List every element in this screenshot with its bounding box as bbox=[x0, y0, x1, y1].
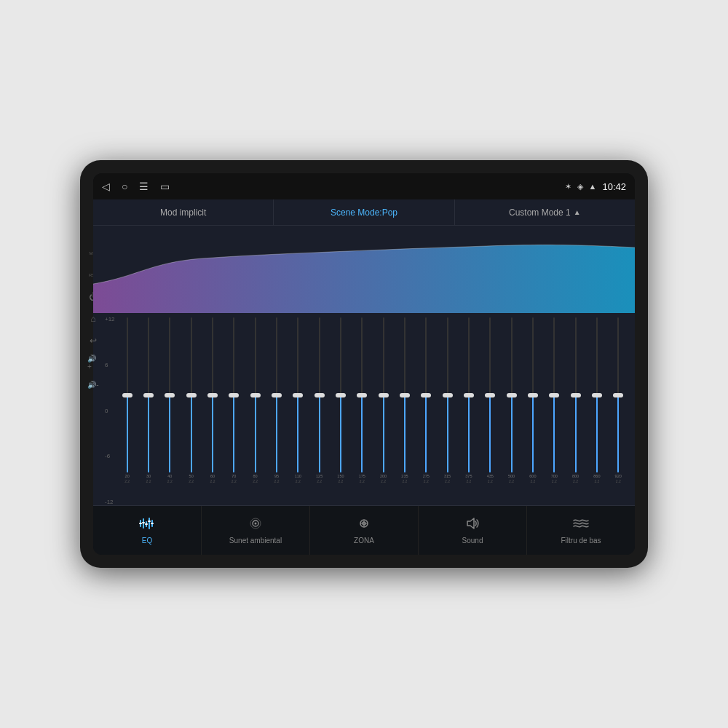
slider-col-150: 1502.2 bbox=[330, 316, 351, 485]
slider-track-70[interactable] bbox=[233, 317, 234, 472]
svg-point-12 bbox=[255, 522, 257, 524]
freq-label-435: 435 bbox=[487, 474, 494, 478]
slider-col-435: 4352.2 bbox=[480, 316, 501, 485]
slider-thumb-50[interactable] bbox=[186, 393, 197, 397]
slider-thumb-110[interactable] bbox=[293, 393, 303, 397]
slider-thumb-500[interactable] bbox=[507, 393, 517, 397]
mode-bar: Mod implicit Scene Mode:Pop Custom Mode … bbox=[93, 199, 635, 226]
slider-thumb-315[interactable] bbox=[443, 393, 453, 397]
slider-track-125[interactable] bbox=[319, 317, 320, 472]
slider-track-600[interactable] bbox=[532, 317, 534, 472]
slider-thumb-150[interactable] bbox=[336, 393, 346, 397]
slider-thumb-125[interactable] bbox=[314, 393, 325, 397]
slider-track-500[interactable] bbox=[511, 317, 513, 472]
slider-col-40: 402.2 bbox=[159, 316, 181, 485]
freq-label-40: 40 bbox=[167, 474, 172, 478]
slider-thumb-600[interactable] bbox=[528, 393, 538, 397]
zona-icon bbox=[356, 517, 372, 534]
slider-track-95[interactable] bbox=[276, 317, 277, 472]
slider-track-40[interactable] bbox=[169, 317, 170, 472]
slider-track-175[interactable] bbox=[361, 317, 363, 472]
slider-track-200[interactable] bbox=[383, 317, 384, 472]
slider-col-235: 2352.2 bbox=[394, 316, 415, 485]
tab-zona[interactable]: ZONA bbox=[310, 506, 419, 555]
slider-track-435[interactable] bbox=[489, 317, 491, 472]
q-label-700: 2.2 bbox=[552, 479, 557, 483]
slider-thumb-95[interactable] bbox=[272, 393, 282, 397]
mode-scene[interactable]: Scene Mode:Pop bbox=[274, 199, 454, 225]
db-0: 0 bbox=[105, 408, 115, 414]
slider-thumb-20[interactable] bbox=[122, 393, 132, 397]
slider-track-60[interactable] bbox=[212, 317, 213, 472]
tab-bass[interactable]: Filtru de bas bbox=[527, 506, 635, 555]
slider-thumb-920[interactable] bbox=[613, 393, 623, 397]
svg-rect-9 bbox=[151, 523, 154, 524]
home-side-icon[interactable]: ⌂ bbox=[87, 313, 99, 325]
slider-thumb-200[interactable] bbox=[379, 393, 389, 397]
q-label-800: 2.2 bbox=[573, 479, 578, 483]
mode-implicit[interactable]: Mod implicit bbox=[93, 199, 274, 225]
slider-thumb-175[interactable] bbox=[357, 393, 367, 397]
tab-ambient[interactable]: Sunet ambiental bbox=[202, 506, 310, 555]
slider-track-80[interactable] bbox=[255, 317, 256, 472]
slider-col-700: 7002.2 bbox=[544, 316, 565, 485]
slider-thumb-235[interactable] bbox=[400, 393, 410, 397]
back-nav-icon[interactable]: ◁ bbox=[102, 181, 110, 192]
status-indicators: ✶ ◈ ▲ 10:42 bbox=[565, 181, 626, 192]
slider-track-800[interactable] bbox=[575, 317, 577, 472]
q-label-175: 2.2 bbox=[360, 479, 365, 483]
slider-track-315[interactable] bbox=[447, 317, 448, 472]
vol-up-icon[interactable]: 🔊+ bbox=[87, 357, 99, 368]
slider-thumb-275[interactable] bbox=[421, 393, 431, 397]
slider-track-275[interactable] bbox=[425, 317, 427, 472]
mode-custom[interactable]: Custom Mode 1 ▲ bbox=[455, 199, 635, 225]
slider-col-110: 1102.2 bbox=[288, 316, 309, 485]
slider-thumb-700[interactable] bbox=[549, 393, 559, 397]
sound-icon bbox=[464, 517, 480, 534]
slider-thumb-60[interactable] bbox=[207, 393, 218, 397]
slider-thumb-435[interactable] bbox=[485, 393, 495, 397]
tab-eq[interactable]: EQ bbox=[93, 506, 202, 555]
status-bar: ◁ ○ ☰ ▭ ✶ ◈ ▲ 10:42 bbox=[93, 173, 635, 199]
menu-nav-icon[interactable]: ☰ bbox=[139, 181, 149, 192]
slider-track-920[interactable] bbox=[617, 317, 619, 472]
freq-label-60: 60 bbox=[210, 474, 215, 478]
slider-track-20[interactable] bbox=[127, 317, 128, 472]
home-nav-icon[interactable]: ○ bbox=[122, 181, 127, 192]
q-label-315: 2.2 bbox=[445, 479, 450, 483]
slider-track-375[interactable] bbox=[468, 317, 470, 472]
slider-track-30[interactable] bbox=[148, 317, 149, 472]
back-side-icon[interactable]: ↩ bbox=[87, 335, 99, 347]
ambient-icon bbox=[248, 517, 264, 534]
slider-track-150[interactable] bbox=[340, 317, 341, 472]
sliders-container: +12 6 0 -6 -12 202.2302.2402.2502.2602.2… bbox=[99, 316, 629, 505]
q-label-125: 2.2 bbox=[317, 479, 322, 483]
svg-rect-5 bbox=[139, 523, 142, 524]
q-label-30: 2.2 bbox=[146, 479, 151, 483]
q-label-920: 2.2 bbox=[616, 479, 621, 483]
q-label-150: 2.2 bbox=[338, 479, 343, 483]
freq-label-315: 315 bbox=[444, 474, 451, 478]
slider-thumb-800[interactable] bbox=[571, 393, 581, 397]
slider-col-95: 952.2 bbox=[266, 316, 287, 485]
slider-col-600: 6002.2 bbox=[522, 316, 543, 485]
slider-track-110[interactable] bbox=[297, 317, 298, 472]
vol-down-icon[interactable]: 🔊- bbox=[87, 379, 99, 390]
slider-track-50[interactable] bbox=[191, 317, 192, 472]
slider-thumb-375[interactable] bbox=[464, 393, 474, 397]
slider-track-700[interactable] bbox=[553, 317, 555, 472]
tab-sound[interactable]: Sound bbox=[419, 506, 527, 555]
bluetooth-icon: ✶ bbox=[565, 182, 571, 191]
eq-icon bbox=[139, 517, 155, 534]
slider-thumb-70[interactable] bbox=[229, 393, 239, 397]
recent-nav-icon[interactable]: ▭ bbox=[160, 181, 170, 192]
slider-thumb-30[interactable] bbox=[143, 393, 154, 397]
slider-track-860[interactable] bbox=[596, 317, 598, 472]
slider-track-235[interactable] bbox=[404, 317, 405, 472]
freq-label-70: 70 bbox=[232, 474, 236, 478]
slider-thumb-80[interactable] bbox=[250, 393, 261, 397]
q-label-80: 2.2 bbox=[253, 479, 258, 483]
slider-thumb-860[interactable] bbox=[592, 393, 602, 397]
slider-thumb-40[interactable] bbox=[165, 393, 175, 397]
tab-bass-label: Filtru de bas bbox=[561, 537, 601, 545]
